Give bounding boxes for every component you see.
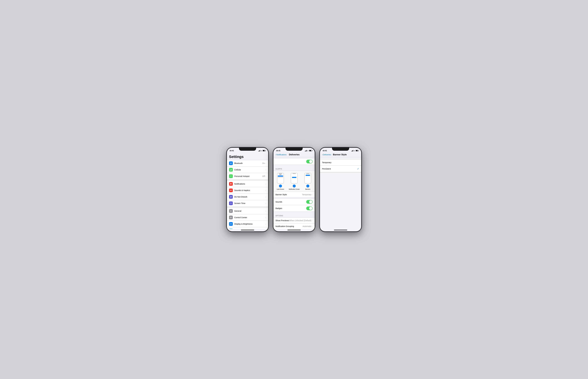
banners-item[interactable]: ✓ Banners bbox=[304, 173, 311, 190]
alerts-section: 09:41 ✓ Lock Screen bbox=[273, 171, 315, 197]
signal-icon-2 bbox=[305, 150, 307, 151]
screen-3: 16:41 ▲ ‹ Deliveries Banner Style bbox=[320, 148, 361, 231]
row-screentime[interactable]: Screen Time › bbox=[227, 200, 268, 206]
persistent-label: Persistent bbox=[322, 168, 357, 170]
status-icons-2: ▲ bbox=[305, 150, 312, 151]
allow-notifications-toggle[interactable] bbox=[306, 160, 312, 163]
sounds-row-label: Sounds bbox=[276, 201, 306, 203]
banners-check: ✓ bbox=[306, 185, 309, 188]
row-bluetooth[interactable]: Bluetooth On › bbox=[227, 160, 268, 167]
svg-point-4 bbox=[231, 176, 231, 177]
banner-style-page-title: Banner Style bbox=[331, 153, 348, 156]
notifcenter-item[interactable]: ✓ Notification Center bbox=[289, 173, 300, 190]
svg-point-8 bbox=[230, 210, 232, 212]
battery-icon-2 bbox=[309, 150, 312, 151]
banner-options-section: Temporary Persistent ✓ bbox=[320, 159, 361, 172]
general-icon bbox=[229, 209, 233, 213]
lockscreen-item[interactable]: 09:41 ✓ Lock Screen bbox=[277, 173, 284, 190]
settings-content[interactable]: Bluetooth On › Cellular › bbox=[227, 160, 268, 229]
row-hotspot[interactable]: Personal Hotspot Off › bbox=[227, 173, 268, 179]
cellular-label: Cellular bbox=[234, 169, 265, 171]
badges-row[interactable]: Badges bbox=[273, 205, 315, 211]
hotspot-chevron: › bbox=[265, 175, 266, 177]
hotspot-icon bbox=[229, 174, 233, 178]
screentime-label: Screen Time bbox=[234, 202, 265, 204]
allow-notifications-row[interactable] bbox=[273, 158, 315, 165]
display-chevron: › bbox=[265, 223, 266, 225]
row-sounds[interactable]: Sounds & Haptics › bbox=[227, 187, 268, 194]
wifi-icon-1: ▲ bbox=[261, 150, 262, 151]
back-label-3: Deliveries bbox=[323, 154, 331, 156]
persistent-checkmark: ✓ bbox=[357, 167, 359, 170]
settings-title-bar: Settings bbox=[227, 153, 268, 160]
alert-icons-row: 09:41 ✓ Lock Screen bbox=[273, 171, 315, 191]
notifcenter-mock bbox=[291, 173, 298, 184]
banner-style-value: Temporary bbox=[302, 193, 311, 196]
banner-style-content[interactable]: Temporary Persistent ✓ bbox=[320, 157, 361, 229]
row-notifications[interactable]: Notifications › bbox=[227, 181, 268, 187]
nav-bar-3: ‹ Deliveries Banner Style bbox=[320, 153, 361, 157]
option-temporary[interactable]: Temporary bbox=[320, 159, 361, 166]
show-previews-row[interactable]: Show Previews When Unlocked (Default) › bbox=[273, 218, 315, 223]
settings-section-1: Bluetooth On › Cellular › bbox=[227, 160, 268, 179]
home-indicator-2 bbox=[287, 230, 301, 230]
row-donotdisturb[interactable]: Do Not Disturb › bbox=[227, 194, 268, 200]
svg-rect-10 bbox=[230, 217, 231, 217]
show-previews-chevron: › bbox=[312, 219, 312, 221]
sounds-toggle[interactable] bbox=[306, 200, 312, 204]
notif-grouping-value: Automatic bbox=[303, 225, 311, 227]
back-button-2[interactable]: ‹ Notifications bbox=[276, 154, 287, 156]
phone-3: 16:41 ▲ ‹ Deliveries Banner Style bbox=[319, 147, 362, 232]
settings-section-2: Notifications › Sounds & Haptics › bbox=[227, 181, 268, 207]
controlcenter-icon bbox=[229, 216, 233, 219]
settings-page-title: Settings bbox=[229, 155, 266, 159]
hotspot-label: Personal Hotspot bbox=[234, 175, 262, 177]
sounds-badges-section: Sounds Badges bbox=[273, 199, 315, 212]
wifi-icon-3: ▲ bbox=[354, 150, 355, 151]
status-icons-3: ▲ bbox=[351, 150, 358, 151]
back-chevron-2: ‹ bbox=[276, 154, 276, 156]
option-persistent[interactable]: Persistent ✓ bbox=[320, 166, 361, 172]
svg-rect-11 bbox=[231, 217, 232, 217]
signal-icon-3 bbox=[351, 150, 353, 151]
phone-2: 16:41 ▲ ‹ Notifications Deliveries bbox=[273, 147, 315, 232]
badges-row-label: Badges bbox=[276, 207, 306, 209]
svg-rect-0 bbox=[230, 170, 230, 170]
phone-1: 16:41 ▲ Settings bbox=[226, 147, 269, 232]
notif-grouping-row[interactable]: Notification Grouping Automatic › bbox=[273, 223, 315, 229]
time-3: 16:41 bbox=[323, 150, 327, 152]
general-chevron: › bbox=[265, 210, 266, 212]
dnd-icon bbox=[229, 195, 233, 199]
hotspot-value: Off bbox=[262, 175, 265, 177]
back-chevron-3: ‹ bbox=[322, 154, 323, 156]
row-wallpaper[interactable]: Wallpaper › bbox=[227, 227, 268, 229]
allow-notif-section bbox=[273, 158, 315, 165]
wallpaper-icon bbox=[229, 229, 233, 229]
back-button-3[interactable]: ‹ Deliveries bbox=[322, 154, 331, 156]
bluetooth-value: On bbox=[262, 162, 265, 164]
notifcenter-label: Notification Center bbox=[289, 189, 300, 190]
sounds-row[interactable]: Sounds bbox=[273, 199, 315, 205]
row-cellular[interactable]: Cellular › bbox=[227, 167, 268, 173]
bluetooth-chevron: › bbox=[265, 162, 266, 164]
alerts-header: ALERTS bbox=[273, 166, 315, 171]
row-display[interactable]: AA Display & Brightness › bbox=[227, 221, 268, 227]
time-1: 16:41 bbox=[230, 150, 234, 152]
notifcenter-check: ✓ bbox=[293, 185, 296, 188]
status-icons-1: ▲ bbox=[258, 150, 265, 151]
row-general[interactable]: General › bbox=[227, 208, 268, 214]
controlcenter-chevron: › bbox=[265, 216, 266, 219]
display-icon: AA bbox=[229, 222, 233, 226]
deliveries-content[interactable]: ALERTS 09:41 ✓ Lo bbox=[273, 157, 315, 229]
banner-style-row[interactable]: Banner Style Temporary › bbox=[273, 191, 315, 197]
badges-toggle[interactable] bbox=[306, 206, 312, 210]
notif-grouping-label: Notification Grouping bbox=[276, 225, 303, 227]
row-controlcenter[interactable]: Control Center › bbox=[227, 214, 268, 221]
notch-1 bbox=[239, 147, 256, 151]
svg-rect-1 bbox=[231, 170, 231, 170]
general-label: General bbox=[234, 210, 265, 212]
screentime-chevron: › bbox=[265, 202, 266, 204]
cellular-icon bbox=[229, 168, 233, 172]
svg-rect-12 bbox=[230, 218, 231, 218]
lockscreen-mock: 09:41 bbox=[277, 173, 284, 184]
